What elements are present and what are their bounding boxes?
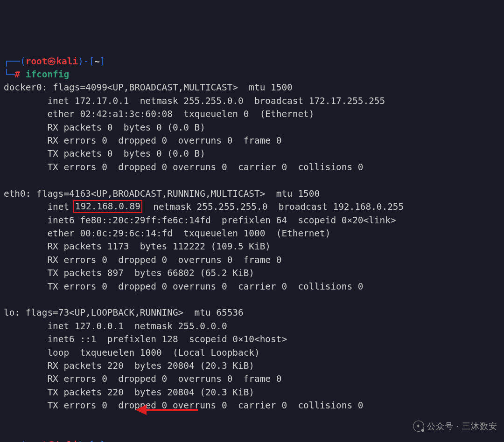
docker0-tx-errors: TX errors 0 dropped 0 overruns 0 carrier… [4,162,364,173]
eth0-header: eth0: flags=4163<UP,BROADCAST,RUNNING,MU… [4,188,320,199]
eth0-tx-errors: TX errors 0 dropped 0 overruns 0 carrier… [4,281,364,292]
docker0-tx-packets: TX packets 0 bytes 0 (0.0 B) [4,148,205,159]
docker0-rx-errors: RX errors 0 dropped 0 overruns 0 frame 0 [4,135,281,146]
lo-inet6: inet6 ::1 prefixlen 128 scopeid 0×10<hos… [4,334,287,345]
lo-header: lo: flags=73<UP,LOOPBACK,RUNNING> mtu 65… [4,307,244,318]
eth0-tx-packets: TX packets 897 bytes 66802 (65.2 KiB) [4,268,254,278]
prompt2-user: root [26,440,48,442]
prompt2-bracket-close: )-[ [78,440,94,442]
prompt-elbow-icon: └─ [4,69,14,80]
docker0-inet: inet 172.17.0.1 netmask 255.255.0.0 broa… [4,96,385,106]
prompt-bracket-end: ] [100,56,105,67]
eth0-inet-prefix: inet [4,201,75,212]
wechat-icon: ✦ [413,421,424,432]
prompt-bracket-open: ┌──( [4,56,26,67]
lo-rx-packets: RX packets 220 bytes 20804 (20.3 KiB) [4,360,254,371]
lo-tx-packets: TX packets 220 bytes 20804 (20.3 KiB) [4,387,254,398]
docker0-rx-packets: RX packets 0 bytes 0 (0.0 B) [4,122,205,133]
skull-icon: ㉿ [47,439,56,442]
docker0-header: docker0: flags=4099<UP,BROADCAST,MULTICA… [4,82,293,93]
prompt-host: kali [56,56,78,67]
lo-inet: inet 127.0.0.1 netmask 255.0.0.0 [4,321,227,332]
eth0-rx-errors: RX errors 0 dropped 0 overruns 0 frame 0 [4,255,281,265]
prompt2-bracket-end: ] [100,440,105,442]
eth0-rx-packets: RX packets 1173 bytes 112222 (109.5 KiB) [4,241,271,252]
prompt2-bracket-open: ┌──( [4,440,26,442]
watermark: ✦ 公众号 · 三沐数安 [413,420,497,433]
eth0-inet-suffix: netmask 255.255.255.0 broadcast 192.168.… [142,201,404,212]
eth0-ip-highlighted: 192.168.0.89 [73,200,142,213]
prompt2-line-1: ┌──(root㉿kali)-[~] [4,439,105,442]
prompt2-path: ~ [94,440,100,442]
prompt-hash: # [14,69,20,80]
prompt-bracket-close: )-[ [78,56,94,67]
eth0-inet6: inet6 fe80::20c:29ff:fe6c:14fd prefixlen… [4,215,396,226]
lo-tx-errors: TX errors 0 dropped 0 overruns 0 carrier… [4,400,364,411]
lo-rx-errors: RX errors 0 dropped 0 overruns 0 frame 0 [4,373,281,384]
prompt-line-1: ┌──(root㉿kali)-[~] [4,55,105,67]
lo-loop: loop txqueuelen 1000 (Local Loopback) [4,347,260,358]
prompt2-host: kali [56,440,78,442]
prompt-user: root [26,56,48,67]
watermark-text: 公众号 · 三沐数安 [427,420,497,433]
prompt-line-2: └─# ifconfig [4,69,69,80]
command-ifconfig: ifconfig [26,69,69,80]
eth0-ether: ether 00:0c:29:6c:14:fd txqueuelen 1000 … [4,228,330,239]
skull-icon: ㉿ [47,55,56,66]
docker0-ether: ether 02:42:a1:3c:60:08 txqueuelen 0 (Et… [4,109,314,119]
prompt-path: ~ [94,56,100,67]
eth0-inet-line: inet 192.168.0.89 netmask 255.255.255.0 … [4,201,404,212]
terminal-output[interactable]: ┌──(root㉿kali)-[~] └─# ifconfig docker0:… [4,55,500,442]
